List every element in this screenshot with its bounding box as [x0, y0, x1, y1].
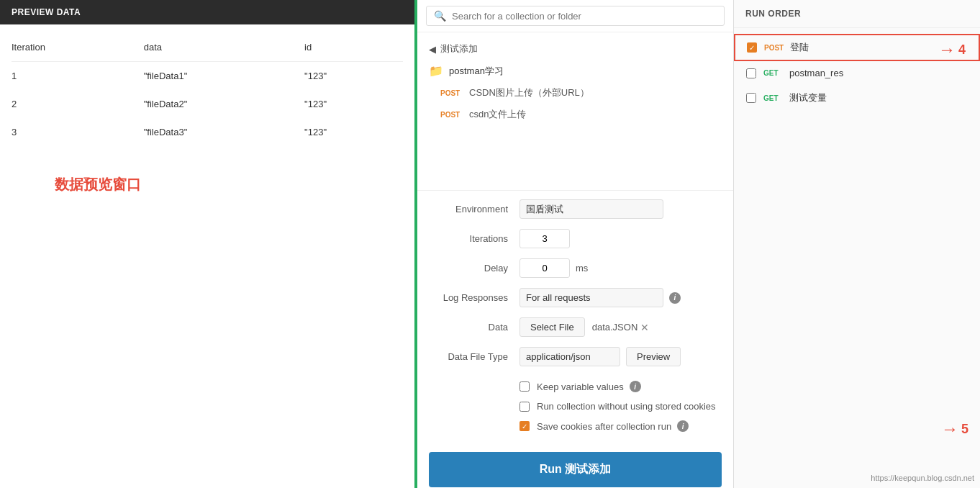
delay-control: ms: [520, 258, 722, 278]
annotation-5-label: 5: [961, 422, 968, 437]
folder-icon: 📁: [429, 64, 443, 78]
keep-variable-label: Keep variable values: [537, 381, 624, 392]
preview-table: Iteration data id 1"fileData1""123"2"fil…: [12, 36, 403, 146]
run-method-badge-0: POST: [764, 44, 784, 52]
run-without-cookies-label: Run collection without using stored cook…: [537, 401, 716, 412]
data-label: Data: [429, 322, 508, 333]
environment-select-wrap: 国盾测试: [520, 199, 663, 219]
run-order-header: RUN ORDER: [734, 0, 980, 28]
item-name-1: csdn文件上传: [469, 108, 526, 121]
run-without-cookies-checkbox[interactable]: [520, 402, 530, 412]
table-row: 1"fileData1""123": [12, 62, 403, 91]
log-responses-info-icon[interactable]: i: [669, 292, 681, 304]
table-cell-id: "123": [304, 62, 403, 91]
keep-variable-info-icon[interactable]: i: [630, 381, 641, 392]
log-responses-select-wrap: For all requests: [520, 288, 663, 307]
arrow-4-icon: →: [938, 40, 956, 60]
table-row: 2"fileData2""123": [12, 90, 403, 118]
log-responses-row: Log Responses For all requests i: [429, 288, 722, 307]
preview-data-header: PREVIEW DATA: [0, 0, 414, 24]
environment-label: Environment: [429, 204, 508, 214]
iterations-control: [520, 229, 722, 248]
run-order-checkbox-2[interactable]: [746, 93, 756, 103]
data-row: Data Select File data.JSON ✕: [429, 317, 722, 337]
save-cookies-row: ✓ Save cookies after collection run i: [429, 416, 722, 436]
iterations-row: Iterations: [429, 229, 722, 248]
watermark: https://keepqun.blog.csdn.net: [871, 474, 974, 482]
data-file-type-label: Data File Type: [429, 351, 508, 362]
method-badge-post-0: POST: [440, 89, 463, 97]
run-order-item-2[interactable]: GET测试变量: [734, 85, 980, 111]
run-button[interactable]: Run 测试添加: [429, 452, 722, 487]
save-cookies-label: Save cookies after collection run: [537, 421, 671, 432]
save-cookies-info-icon[interactable]: i: [677, 420, 689, 432]
search-input[interactable]: [452, 11, 717, 22]
save-cookies-checkbox[interactable]: ✓: [520, 421, 530, 431]
preview-button[interactable]: Preview: [626, 347, 681, 366]
col-id: id: [304, 36, 403, 62]
table-cell-iteration: 2: [12, 90, 144, 118]
run-item-name-0: 登陆: [790, 41, 809, 54]
environment-control: 国盾测试: [520, 199, 722, 219]
arrow-5-icon: →: [941, 419, 958, 439]
iterations-input[interactable]: [520, 229, 570, 248]
data-file-type-select[interactable]: application/json: [520, 347, 620, 366]
log-responses-control: For all requests i: [520, 288, 722, 307]
keep-variable-checkbox[interactable]: [520, 381, 530, 392]
select-file-button[interactable]: Select File: [520, 317, 585, 337]
collection-back-label: 测试添加: [440, 42, 478, 55]
delay-input[interactable]: [520, 258, 570, 278]
table-row: 3"fileData3""123": [12, 118, 403, 146]
preview-header-title: PREVIEW DATA: [12, 7, 81, 17]
annotation-4-group: → 4: [938, 40, 966, 60]
search-area: 🔍: [417, 0, 733, 32]
col-data: data: [144, 36, 304, 62]
back-arrow-icon: ◀: [429, 44, 436, 55]
table-cell-data: "fileData3": [144, 118, 304, 146]
annotation-4-label: 4: [958, 42, 966, 58]
preview-table-area: Iteration data id 1"fileData1""123"2"fil…: [0, 24, 414, 488]
log-responses-label: Log Responses: [429, 292, 508, 303]
run-method-badge-1: GET: [763, 69, 784, 77]
run-item-name-2: 测试变量: [789, 91, 827, 104]
table-cell-iteration: 1: [12, 62, 144, 91]
environment-row: Environment 国盾测试: [429, 199, 722, 219]
col-iteration: Iteration: [12, 36, 144, 62]
run-method-badge-2: GET: [763, 94, 784, 102]
table-cell-data: "fileData1": [144, 62, 304, 91]
collection-item-0[interactable]: POST CSDN图片上传（外部URL）: [417, 82, 733, 104]
table-cell-id: "123": [304, 90, 403, 118]
run-item-name-1: postman_res: [789, 68, 843, 78]
run-order-item-1[interactable]: GETpostman_res: [734, 61, 980, 85]
run-order-checkbox-1[interactable]: [746, 68, 756, 78]
remove-file-icon[interactable]: ✕: [640, 322, 649, 333]
environment-select[interactable]: 国盾测试: [520, 199, 663, 219]
collection-list: ◀ 测试添加 📁 postman学习 POST CSDN图片上传（外部URL） …: [417, 32, 733, 191]
table-cell-data: "fileData2": [144, 90, 304, 118]
file-name-display: data.JSON: [592, 322, 638, 333]
right-panel: RUN ORDER ✓POST登陆GETpostman_resGET测试变量 →…: [734, 0, 980, 488]
table-cell-id: "123": [304, 118, 403, 146]
collection-back-item[interactable]: ◀ 测试添加: [417, 38, 733, 60]
search-box: 🔍: [426, 6, 725, 26]
preview-data-panel: PREVIEW DATA Iteration data id 1"fileDat…: [0, 0, 417, 488]
run-button-area: Run 测试添加: [417, 445, 733, 488]
annotation-5-group: → 5: [941, 419, 968, 439]
middle-panel: 🔍 ◀ 测试添加 📁 postman学习 POST CSDN图片上传（外部URL…: [417, 0, 734, 488]
preview-label: 数据预览窗口: [55, 175, 403, 194]
run-order-checkbox-checked-0[interactable]: ✓: [747, 42, 757, 53]
item-name-0: CSDN图片上传（外部URL）: [469, 86, 589, 99]
method-badge-post-1: POST: [440, 111, 463, 119]
search-icon: 🔍: [434, 10, 446, 22]
data-file-type-control: application/json Preview: [520, 347, 722, 366]
run-without-cookies-row: Run collection without using stored cook…: [429, 397, 722, 416]
collection-item-1[interactable]: POST csdn文件上传: [417, 104, 733, 125]
delay-label: Delay: [429, 263, 508, 274]
ms-label: ms: [576, 263, 588, 274]
keep-variable-row: Keep variable values i: [429, 376, 722, 397]
delay-row: Delay ms: [429, 258, 722, 278]
form-area: Environment 国盾测试 Iterations Delay ms: [417, 191, 733, 445]
collection-folder[interactable]: 📁 postman学习: [417, 60, 733, 82]
log-responses-select[interactable]: For all requests: [520, 288, 663, 307]
data-control: Select File data.JSON ✕: [520, 317, 722, 337]
